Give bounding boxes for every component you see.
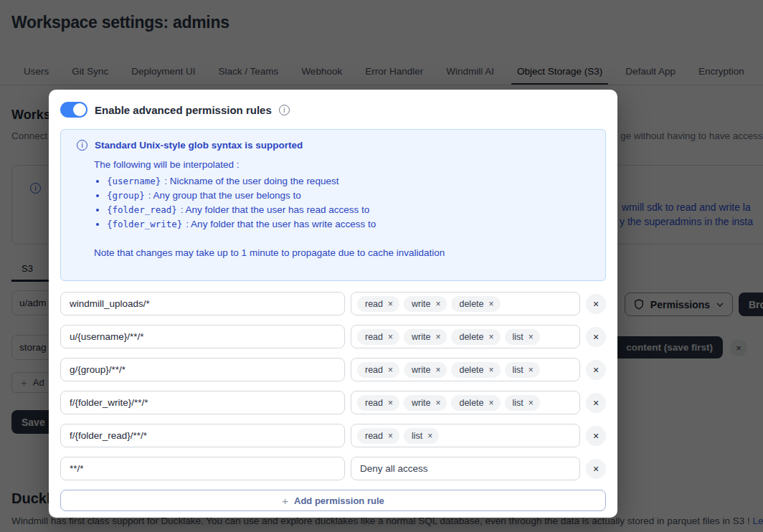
permission-tag: delete ×: [451, 329, 500, 345]
permission-tag-label: read: [365, 365, 383, 375]
permission-tag: delete ×: [451, 362, 500, 378]
rule-path-input[interactable]: [60, 424, 345, 447]
permission-tag-label: write: [412, 398, 430, 408]
permission-tag: list ×: [505, 329, 540, 345]
rule-path-input[interactable]: [60, 358, 345, 381]
remove-permission-icon[interactable]: ×: [388, 299, 393, 309]
rule-permissions-box[interactable]: read × write × delete ×: [351, 292, 580, 315]
permission-tag-label: write: [412, 365, 430, 375]
deny-all-access-text: Deny all access: [357, 463, 428, 474]
remove-permission-icon[interactable]: ×: [529, 365, 534, 375]
rule-path-input[interactable]: [60, 391, 345, 414]
permission-tag-label: write: [412, 332, 430, 342]
glob-syntax-info-box: i Standard Unix-style glob syntax is sup…: [60, 129, 606, 281]
enable-rules-toggle[interactable]: [60, 102, 87, 118]
permission-tag: delete ×: [451, 395, 500, 411]
rule-permissions-box[interactable]: read × write × delete × list ×: [351, 391, 580, 414]
add-permission-rule-button[interactable]: + Add permission rule: [60, 490, 606, 511]
rule-permissions-box[interactable]: read × write × delete × list ×: [351, 358, 580, 381]
plus-icon: +: [282, 495, 288, 507]
permission-tag-label: read: [365, 398, 383, 408]
info-intro: The following will be interpolated :: [94, 159, 594, 170]
info-icon: i: [77, 140, 87, 151]
info-icon: i: [279, 105, 290, 115]
remove-permission-icon[interactable]: ×: [489, 398, 494, 408]
permission-rule-row: read × write × delete × list × ×: [60, 391, 606, 414]
remove-permission-icon[interactable]: ×: [435, 365, 440, 375]
permission-tag: read ×: [357, 296, 399, 312]
remove-permission-icon[interactable]: ×: [529, 398, 534, 408]
permission-tag-label: list: [412, 431, 422, 441]
rule-path-input[interactable]: [60, 325, 345, 348]
rule-permissions-box[interactable]: read × list ×: [351, 424, 580, 447]
remove-permission-icon[interactable]: ×: [388, 431, 393, 441]
permission-rule-row: Deny all access ×: [60, 457, 606, 480]
rule-path-input[interactable]: [60, 457, 345, 480]
remove-permission-icon[interactable]: ×: [489, 299, 494, 309]
info-note: Note that changes may take up to 1 minut…: [94, 247, 594, 258]
remove-permission-icon[interactable]: ×: [435, 299, 440, 309]
delete-rule-button[interactable]: ×: [586, 426, 606, 446]
toggle-knob: [73, 103, 86, 116]
interpolation-item: {username}: Nickname of the user doing t…: [107, 174, 594, 189]
permission-tag-label: delete: [459, 299, 483, 309]
delete-rule-button[interactable]: ×: [586, 393, 606, 413]
permission-rule-row: read × write × delete × ×: [60, 292, 606, 315]
permission-tag-label: list: [513, 365, 523, 375]
remove-permission-icon[interactable]: ×: [529, 332, 534, 342]
delete-rule-button[interactable]: ×: [586, 327, 606, 347]
permission-tag-label: write: [412, 299, 430, 309]
remove-permission-icon[interactable]: ×: [489, 365, 494, 375]
permission-tag-label: list: [513, 332, 523, 342]
permission-tag-label: read: [365, 431, 383, 441]
permission-tag: list ×: [404, 428, 439, 444]
permission-tag: write ×: [404, 329, 447, 345]
permission-tag-label: delete: [459, 365, 483, 375]
permission-tag: delete ×: [451, 296, 500, 312]
remove-permission-icon[interactable]: ×: [388, 398, 393, 408]
interpolation-item: {group}: Any group that the user belongs…: [107, 189, 594, 203]
delete-rule-button[interactable]: ×: [586, 294, 606, 314]
toggle-label: Enable advanced permission rules: [95, 104, 272, 116]
remove-permission-icon[interactable]: ×: [435, 332, 440, 342]
rule-path-input[interactable]: [60, 292, 345, 315]
permission-tag: list ×: [505, 362, 540, 378]
permission-tag: read ×: [357, 395, 399, 411]
remove-permission-icon[interactable]: ×: [489, 332, 494, 342]
permission-tag-label: list: [513, 398, 523, 408]
permission-tag: read ×: [357, 362, 399, 378]
remove-permission-icon[interactable]: ×: [388, 365, 393, 375]
remove-permission-icon[interactable]: ×: [435, 398, 440, 408]
permission-rule-row: read × write × delete × list × ×: [60, 358, 606, 381]
remove-permission-icon[interactable]: ×: [388, 332, 393, 342]
permission-tag: write ×: [404, 362, 447, 378]
permission-tag: write ×: [404, 395, 447, 411]
permission-rule-row: read × list × ×: [60, 424, 606, 447]
permission-tag-label: delete: [459, 398, 483, 408]
interpolation-item: {folder_write}: Any folder that the user…: [107, 217, 594, 232]
permission-tag: read ×: [357, 329, 399, 345]
permission-rules-list: read × write × delete × × read × write ×…: [60, 292, 606, 480]
add-permission-rule-label: Add permission rule: [294, 495, 384, 506]
delete-rule-button[interactable]: ×: [586, 459, 606, 479]
permission-rule-row: read × write × delete × list × ×: [60, 325, 606, 348]
enable-rules-row: Enable advanced permission rules i: [60, 101, 606, 118]
delete-rule-button[interactable]: ×: [586, 360, 606, 380]
rule-permissions-box[interactable]: read × write × delete × list ×: [351, 325, 580, 348]
permission-tag-label: delete: [459, 332, 483, 342]
permission-tag: list ×: [505, 395, 540, 411]
interpolation-item: {folder_read}: Any folder that the user …: [107, 203, 594, 217]
remove-permission-icon[interactable]: ×: [427, 431, 432, 441]
permission-rules-modal: Enable advanced permission rules i i Sta…: [49, 90, 617, 518]
permission-tag-label: read: [365, 332, 383, 342]
interpolation-list: {username}: Nickname of the user doing t…: [94, 174, 594, 232]
info-title: Standard Unix-style glob syntax is suppo…: [95, 140, 303, 151]
permission-tag: write ×: [404, 296, 447, 312]
permission-tag: read ×: [357, 428, 399, 444]
permission-tag-label: read: [365, 299, 383, 309]
rule-permissions-box[interactable]: Deny all access: [351, 457, 580, 480]
